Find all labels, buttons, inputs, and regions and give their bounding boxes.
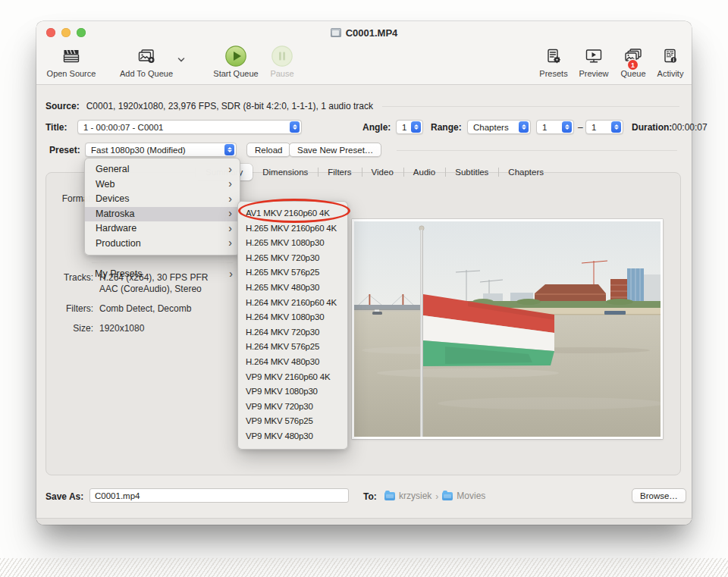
tab-label: Video: [372, 168, 394, 177]
tracks-line2: AAC (CoreAudio), Stereo: [99, 284, 202, 294]
stepper-icon: [519, 121, 529, 133]
divider: [382, 106, 679, 107]
preset-submenu-item[interactable]: H.264 MKV 1080p30: [238, 310, 347, 325]
preset-submenu-item[interactable]: H.264 MKV 720p30: [238, 325, 347, 340]
settings-tabbar: Summary Dimensions Filters Video Audio S…: [196, 164, 554, 180]
submenu-chevron-icon: [228, 177, 232, 193]
stepper-icon: [290, 121, 300, 133]
window-bottom-edge: [36, 518, 692, 525]
angle-select[interactable]: 1: [396, 120, 423, 134]
save-as-input[interactable]: [89, 488, 349, 503]
window-title-area: C0001.MP4: [36, 26, 692, 39]
tab-label: Filters: [328, 168, 351, 177]
activity-button[interactable]: Activity: [649, 45, 692, 78]
preset-category-item[interactable]: Devices: [85, 192, 240, 207]
presets-button[interactable]: Presets: [532, 45, 575, 78]
title-select[interactable]: 1 - 00:00:07 - C0001: [77, 120, 302, 134]
stepper-icon: [611, 121, 621, 133]
preset-category-item[interactable]: Matroska: [85, 207, 240, 222]
submenu-item-label: H.265 MKV 2160p60 4K: [246, 224, 337, 233]
preset-menu-footer: My Presets: [84, 259, 240, 282]
range-dash: –: [578, 122, 583, 133]
source-label: Source:: [46, 101, 80, 111]
document-proxy-icon: [331, 28, 341, 37]
home-folder-name: krzysiek: [399, 491, 431, 501]
preset-submenu-item[interactable]: H.265 MKV 480p30: [238, 281, 347, 296]
add-to-queue-button[interactable]: Add To Queue: [112, 45, 180, 78]
preset-submenu-item[interactable]: VP9 MKV 576p25: [238, 414, 347, 429]
presets-doc-gear-icon: [545, 45, 562, 67]
divider: [397, 150, 677, 151]
range-to-value: 1: [592, 123, 608, 132]
preset-submenu-item[interactable]: VP9 MKV 480p30: [238, 429, 347, 444]
submenu-chevron-icon: [228, 162, 232, 178]
submenu-chevron-icon: [228, 206, 232, 222]
submenu-item-label: H.264 MKV 2160p60 4K: [246, 298, 337, 307]
start-queue-label: Start Queue: [213, 69, 258, 78]
chevron-down-icon[interactable]: [177, 52, 185, 66]
preset-submenu-item[interactable]: H.265 MKV 2160p60 4K: [238, 221, 347, 237]
menu-item-label: Production: [96, 237, 228, 252]
settings-tab[interactable]: Subtitles: [445, 164, 498, 180]
title-label: Title:: [46, 122, 67, 133]
preset-label: Preset:: [49, 145, 80, 155]
preset-submenu-item[interactable]: H.265 MKV 720p30: [238, 251, 347, 266]
range-type-value: Chapters: [473, 123, 516, 132]
range-from-value: 1: [542, 123, 559, 132]
settings-tab[interactable]: Chapters: [498, 164, 554, 180]
preset-submenu-item[interactable]: H.264 MKV 576p25: [238, 340, 347, 355]
save-new-preset-button[interactable]: Save New Preset…: [289, 143, 381, 157]
start-queue-button[interactable]: Start Queue: [207, 45, 265, 78]
preset-select[interactable]: Fast 1080p30 (Modified): [85, 143, 237, 157]
annotation-red-circle: [238, 199, 350, 223]
preset-category-item[interactable]: Web: [85, 177, 240, 193]
settings-tab[interactable]: Dimensions: [253, 164, 318, 180]
settings-tab[interactable]: Video: [362, 164, 403, 180]
submenu-item-label: H.265 MKV 720p30: [246, 253, 319, 262]
monitor-play-icon: [585, 45, 603, 67]
matroska-preset-submenu: AV1 MKV 2160p60 4K H.265 MKV 2160p60 4K …: [237, 201, 348, 450]
add-to-queue-label: Add To Queue: [120, 69, 173, 78]
submenu-item-label: H.265 MKV 576p25: [246, 268, 319, 277]
queue-button[interactable]: 1 Queue: [612, 45, 654, 78]
range-from-select[interactable]: 1: [536, 120, 574, 134]
pause-button[interactable]: Pause: [263, 45, 301, 78]
queue-count-badge: 1: [628, 60, 638, 70]
preview-frame: [352, 219, 663, 439]
tab-label: Subtitles: [455, 168, 488, 177]
filters-label: Filters:: [46, 303, 93, 314]
queue-label: Queue: [620, 69, 645, 78]
preset-category-item[interactable]: General: [85, 162, 240, 177]
open-source-button[interactable]: Open Source: [39, 45, 103, 78]
preset-select-value: Fast 1080p30 (Modified): [91, 146, 221, 155]
preset-submenu-item[interactable]: VP9 MKV 720p30: [238, 400, 347, 415]
range-type-select[interactable]: Chapters: [467, 120, 531, 134]
activity-log-icon: [662, 45, 679, 67]
reload-button[interactable]: Reload: [246, 143, 290, 157]
preset-submenu-item[interactable]: VP9 MKV 1080p30: [238, 384, 347, 400]
filters-value: Comb Detect, Decomb: [99, 303, 191, 314]
preview-button[interactable]: Preview: [573, 45, 615, 78]
titlebar-toolbar: C0001.MP4 Open Source: [36, 21, 692, 85]
tab-label: Audio: [413, 168, 435, 177]
menu-item-label: Devices: [96, 192, 228, 207]
submenu-item-label: VP9 MKV 1080p30: [246, 387, 318, 396]
preset-category-item[interactable]: Production: [85, 237, 240, 252]
preset-submenu-item[interactable]: H.265 MKV 1080p30: [238, 236, 347, 251]
range-to-select[interactable]: 1: [585, 120, 623, 134]
range-label: Range:: [431, 122, 462, 133]
preset-submenu-item[interactable]: VP9 MKV 2160p60 4K: [238, 370, 347, 385]
movies-folder-icon: [442, 492, 453, 500]
browse-button[interactable]: Browse…: [632, 488, 686, 503]
angle-label: Angle:: [362, 122, 391, 133]
submenu-item-label: H.264 MKV 480p30: [246, 357, 319, 366]
my-presets-item[interactable]: My Presets: [84, 267, 240, 282]
destination-breadcrumb[interactable]: krzysiek Movies: [384, 490, 485, 502]
preset-category-item[interactable]: Hardware: [85, 221, 240, 237]
preset-submenu-item[interactable]: H.264 MKV 2160p60 4K: [238, 296, 347, 311]
settings-tab[interactable]: Filters: [318, 164, 361, 180]
settings-tab[interactable]: Audio: [403, 164, 445, 180]
play-icon: [224, 45, 247, 67]
preset-submenu-item[interactable]: H.264 MKV 480p30: [238, 355, 347, 370]
preset-submenu-item[interactable]: H.265 MKV 576p25: [238, 265, 347, 281]
